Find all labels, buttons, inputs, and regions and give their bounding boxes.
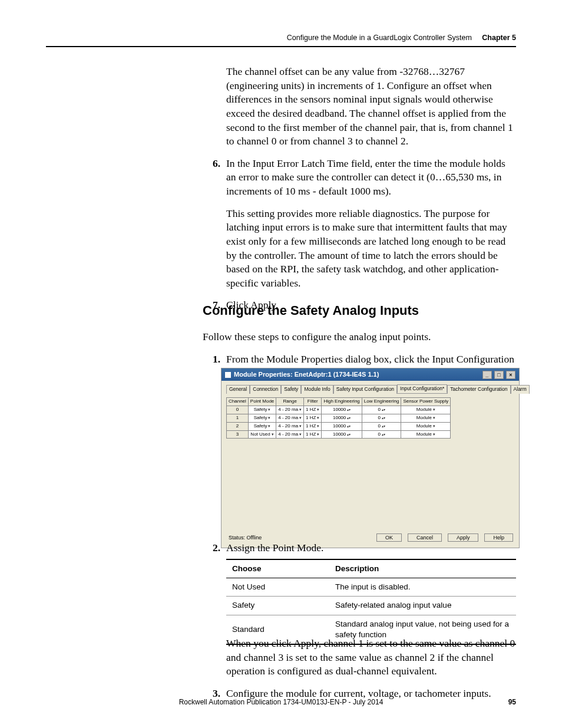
section-intro: Follow these steps to configure the anal… <box>203 330 516 344</box>
app-icon <box>225 372 231 378</box>
status-label: Status: Offline <box>229 534 262 541</box>
col-description: Description <box>329 559 516 578</box>
channel-grid: Channel Point Mode Range Filter High Eng… <box>226 397 451 439</box>
cell-high-eng[interactable]: 10000 <box>322 406 362 414</box>
module-properties-dialog: Module Properties: EnetAdptr:1 (1734-IE4… <box>222 368 519 548</box>
chapter-label: Chapter 5 <box>482 34 516 42</box>
cell-point-mode[interactable]: Safety <box>248 422 276 430</box>
grid-header-row: Channel Point Mode Range Filter High Eng… <box>227 398 451 406</box>
tab-input-config[interactable]: Input Configuration* <box>397 384 447 393</box>
cell-sensor-power[interactable]: Module <box>401 414 451 423</box>
grid-row: 1 Safety 4 - 20 ma 1 HZ 10000 0 Module <box>227 414 451 423</box>
col-point-mode: Point Mode <box>248 398 276 406</box>
section-heading: Configure the Safety Analog Inputs <box>203 302 419 319</box>
col-choose: Choose <box>226 559 329 578</box>
tab-safety[interactable]: Safety <box>281 385 301 394</box>
step-number: 6. <box>203 157 220 171</box>
step-6-para2: This setting provides more reliable diag… <box>226 207 516 291</box>
cell-range[interactable]: 4 - 20 ma <box>276 406 304 414</box>
steps-list-top: 6. In the Input Error Latch Time field, … <box>203 157 516 312</box>
tab-module-info[interactable]: Module Info <box>301 385 333 394</box>
cell-point-mode[interactable]: Safety <box>248 406 276 414</box>
page-number: 95 <box>508 697 516 707</box>
col-range: Range <box>276 398 304 406</box>
tab-tachometer-config[interactable]: Tachometer Configuration <box>447 385 510 394</box>
close-button[interactable]: × <box>506 371 515 379</box>
step-2: 2. Assign the Point Mode. <box>203 541 516 555</box>
cell-choose: Safety <box>226 597 329 615</box>
cell-channel: 3 <box>227 430 249 439</box>
cell-low-eng[interactable]: 0 <box>362 414 401 423</box>
tab-alarm[interactable]: Alarm <box>511 385 530 394</box>
table-row: Not Used The input is disabled. <box>226 578 516 597</box>
cell-filter[interactable]: 1 HZ <box>304 414 322 423</box>
paragraph-offset: The channel offset can be any value from… <box>226 65 516 149</box>
page-footer: Rockwell Automation Publication 1734-UM0… <box>46 697 516 707</box>
cell-channel: 2 <box>227 422 249 430</box>
cell-sensor-power[interactable]: Module <box>401 406 451 414</box>
dialog-tabs: General Connection Safety Module Info Sa… <box>222 381 519 393</box>
tab-general[interactable]: General <box>226 385 250 394</box>
cell-range[interactable]: 4 - 20 ma <box>276 430 304 439</box>
cell-desc: The input is disabled. <box>329 578 516 597</box>
col-high-eng: High Engineering <box>322 398 362 406</box>
cell-high-eng[interactable]: 10000 <box>322 422 362 430</box>
step-number: 2. <box>203 541 220 555</box>
dialog-titlebar: Module Properties: EnetAdptr:1 (1734-IE4… <box>222 368 519 381</box>
cell-channel: 1 <box>227 414 249 423</box>
col-filter: Filter <box>304 398 322 406</box>
col-sensor-power: Sensor Power Supply <box>401 398 451 406</box>
col-channel: Channel <box>227 398 249 406</box>
cell-filter[interactable]: 1 HZ <box>304 422 322 430</box>
publication-id: Rockwell Automation Publication 1734-UM0… <box>179 698 384 706</box>
cell-high-eng[interactable]: 10000 <box>322 430 362 439</box>
cell-low-eng[interactable]: 0 <box>362 422 401 430</box>
cell-point-mode[interactable]: Not Used <box>248 430 276 439</box>
minimize-button[interactable]: _ <box>482 371 492 379</box>
maximize-button[interactable]: □ <box>494 371 504 379</box>
cell-sensor-power[interactable]: Module <box>401 430 451 439</box>
table-row: Safety Safety-related analog input value <box>226 597 516 615</box>
main-content: The channel offset can be any value from… <box>203 65 516 321</box>
cell-desc: Safety-related analog input value <box>329 597 516 615</box>
step-text: In the Input Error Latch Time field, ent… <box>226 157 505 197</box>
header-rule <box>46 46 516 47</box>
point-mode-table: Choose Description Not Used The input is… <box>226 559 516 645</box>
cell-channel: 0 <box>227 406 249 414</box>
col-low-eng: Low Engineering <box>362 398 401 406</box>
dialog-body-spacer <box>222 439 519 530</box>
cell-high-eng[interactable]: 10000 <box>322 414 362 423</box>
dialog-title: Module Properties: EnetAdptr:1 (1734-IE4… <box>234 370 379 379</box>
cell-low-eng[interactable]: 0 <box>362 406 401 414</box>
tab-connection[interactable]: Connection <box>250 385 281 394</box>
cell-filter[interactable]: 1 HZ <box>304 430 322 439</box>
grid-row: 0 Safety 4 - 20 ma 1 HZ 10000 0 Module <box>227 406 451 414</box>
cell-low-eng[interactable]: 0 <box>362 430 401 439</box>
cell-range[interactable]: 4 - 20 ma <box>276 422 304 430</box>
cell-range[interactable]: 4 - 20 ma <box>276 414 304 423</box>
step-text: Assign the Point Mode. <box>226 542 323 554</box>
table-header-row: Choose Description <box>226 559 516 578</box>
cell-point-mode[interactable]: Safety <box>248 414 276 423</box>
running-header: Configure the Module in a GuardLogix Con… <box>287 33 516 43</box>
cell-choose: Not Used <box>226 578 329 597</box>
step-number: 1. <box>203 353 220 367</box>
window-controls: _ □ × <box>482 370 515 379</box>
cell-sensor-power[interactable]: Module <box>401 422 451 430</box>
running-title: Configure the Module in a GuardLogix Con… <box>287 34 472 42</box>
step-6: 6. In the Input Error Latch Time field, … <box>203 157 516 291</box>
after-table-paragraph: When you click Apply, channel 1 is set t… <box>226 637 516 678</box>
tab-safety-input-config[interactable]: Safety Input Configuration <box>333 385 397 394</box>
cell-filter[interactable]: 1 HZ <box>304 406 322 414</box>
steps-list-2: 2. Assign the Point Mode. <box>203 541 516 555</box>
grid-row: 3 Not Used 4 - 20 ma 1 HZ 10000 0 Module <box>227 430 451 439</box>
grid-row: 2 Safety 4 - 20 ma 1 HZ 10000 0 Module <box>227 422 451 430</box>
